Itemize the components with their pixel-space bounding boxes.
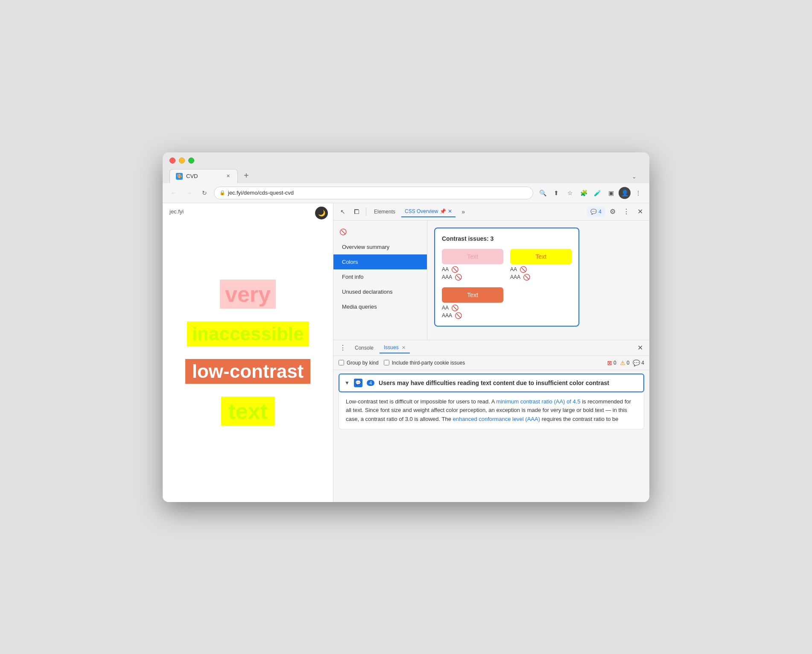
- aaa-fail-icon-pink: 🚫: [455, 274, 462, 280]
- contrast-text-box-orange[interactable]: Text: [442, 287, 503, 303]
- devtools-more-button[interactable]: ⋮: [620, 206, 632, 218]
- group-by-kind-input[interactable]: [339, 360, 344, 365]
- contrast-item-pink: Text AA 🚫 AAA 🚫: [442, 249, 503, 280]
- contrast-item-yellow: Text AA 🚫 AAA 🚫: [510, 249, 572, 280]
- contrast-rating-aaa-yellow: AAA 🚫: [510, 274, 572, 280]
- title-bar: 🎨 CVD ✕ + ⌄: [163, 152, 649, 183]
- issue-type-icon: 💬: [354, 379, 362, 387]
- flask-button[interactable]: 🧪: [591, 187, 603, 199]
- issues-content: ▼ 💬 4 Users may have difficulties readin…: [333, 370, 649, 502]
- devtools-close-button[interactable]: ✕: [634, 206, 646, 218]
- search-button[interactable]: 🔍: [537, 187, 549, 199]
- contrast-rating-aaa-pink: AAA 🚫: [442, 274, 503, 280]
- tab-title: CVD: [186, 173, 198, 179]
- css-main-content: Contrast issues: 3 Text AA: [427, 221, 649, 340]
- contrast-text-box-pink[interactable]: Text: [442, 249, 503, 264]
- sidebar-item-unused-declarations[interactable]: Unused declarations: [333, 284, 427, 299]
- pin-icon: 📌: [440, 208, 446, 214]
- issue-header[interactable]: ▼ 💬 4 Users may have difficulties readin…: [339, 374, 644, 392]
- info-badge: 💬 4: [633, 359, 644, 366]
- contrast-ratings-yellow: AA 🚫 AAA 🚫: [510, 266, 572, 280]
- issue-expand-arrow[interactable]: ▼: [345, 380, 350, 386]
- issues-badge-count: 4: [599, 209, 602, 215]
- cursor-tool-button[interactable]: ↖: [337, 206, 349, 218]
- aa-fail-icon-pink: 🚫: [451, 266, 459, 273]
- bookmark-button[interactable]: ☆: [564, 187, 576, 199]
- contrast-grid: Text AA 🚫 AAA 🚫: [442, 249, 572, 319]
- back-button[interactable]: ←: [168, 187, 180, 199]
- device-tool-button[interactable]: ⧠: [351, 206, 362, 218]
- bottom-tab-bar: ⋮ Console Issues ✕ ✕: [333, 340, 649, 356]
- issues-badge[interactable]: 💬 4: [587, 207, 605, 216]
- tab-bar: 🎨 CVD ✕ + ⌄: [169, 168, 643, 183]
- menu-button[interactable]: ⋮: [632, 187, 644, 199]
- bottom-panel-close[interactable]: ✕: [634, 342, 646, 354]
- tab-close-button[interactable]: ✕: [225, 173, 231, 180]
- aa-fail-icon-yellow: 🚫: [520, 266, 527, 273]
- no-capture-button[interactable]: 🚫: [337, 226, 349, 238]
- info-icon: 💬: [633, 359, 640, 366]
- split-view-button[interactable]: ▣: [605, 187, 617, 199]
- close-traffic-light[interactable]: [169, 158, 175, 164]
- tab-list-button[interactable]: ⌄: [626, 170, 643, 183]
- sidebar-item-overview-summary[interactable]: Overview summary: [333, 239, 427, 254]
- traffic-lights: [169, 158, 643, 164]
- demo-low-contrast-text: low-contrast: [185, 359, 311, 384]
- extensions-button[interactable]: 🧩: [578, 187, 590, 199]
- third-party-input[interactable]: [384, 360, 389, 365]
- fullscreen-traffic-light[interactable]: [188, 158, 194, 164]
- warning-icon: ⚠: [620, 359, 625, 366]
- tab-favicon: 🎨: [176, 173, 183, 180]
- browser-window: 🎨 CVD ✕ + ⌄ ← → ↻ 🔒 jec.fyi/demo/cds-que…: [163, 152, 649, 502]
- minimize-traffic-light[interactable]: [179, 158, 185, 164]
- dark-mode-button[interactable]: 🌙: [315, 207, 328, 219]
- tab-elements[interactable]: Elements: [370, 207, 400, 217]
- issues-badge-icon: 💬: [590, 209, 597, 215]
- tab-issues[interactable]: Issues ✕: [380, 342, 410, 353]
- contrast-rating-aa-pink: AA 🚫: [442, 266, 503, 273]
- site-label: jec.fyi: [169, 208, 184, 215]
- more-tabs-button[interactable]: »: [457, 206, 469, 218]
- share-button[interactable]: ⬆: [550, 187, 562, 199]
- aaa-link[interactable]: enhanced conformance level (AAA): [453, 416, 540, 422]
- profile-button[interactable]: 👤: [619, 187, 631, 199]
- new-tab-button[interactable]: +: [238, 168, 255, 183]
- issue-title: Users may have difficulties reading text…: [379, 380, 638, 386]
- bottom-panel: ⋮ Console Issues ✕ ✕ Group by kind: [333, 340, 649, 502]
- contrast-rating-aaa-orange: AAA 🚫: [442, 312, 503, 319]
- forward-button[interactable]: →: [183, 187, 195, 199]
- css-overview-close[interactable]: ✕: [448, 208, 452, 214]
- sidebar-item-colors[interactable]: Colors: [333, 254, 427, 269]
- third-party-checkbox[interactable]: Include third-party cookie issues: [384, 360, 465, 366]
- contrast-rating-aa-yellow: AA 🚫: [510, 266, 572, 273]
- main-area: jec.fyi 🌙 very inaccessible low-contrast…: [163, 203, 649, 502]
- contrast-ratings-orange: AA 🚫 AAA 🚫: [442, 304, 503, 319]
- browser-tab[interactable]: 🎨 CVD ✕: [169, 169, 238, 183]
- sidebar-item-media-queries[interactable]: Media queries: [333, 299, 427, 314]
- issues-badges: ⊠ 0 ⚠ 0 💬 4: [607, 359, 644, 366]
- issue-body: Low-contrast text is difficult or imposs…: [339, 392, 644, 429]
- refresh-button[interactable]: ↻: [199, 187, 210, 199]
- aaa-fail-icon-orange: 🚫: [455, 312, 462, 319]
- aa-fail-icon-orange: 🚫: [451, 304, 459, 311]
- contrast-rating-aa-orange: AA 🚫: [442, 304, 503, 311]
- tab-css-overview[interactable]: CSS Overview 📌 ✕: [401, 206, 456, 217]
- address-bar[interactable]: 🔒 jec.fyi/demo/cds-quest-cvd: [214, 187, 533, 199]
- issues-tab-close[interactable]: ✕: [402, 345, 406, 350]
- devtools-settings-button[interactable]: ⚙: [607, 206, 619, 218]
- nav-actions: 🔍 ⬆ ☆ 🧩 🧪 ▣ 👤 ⋮: [537, 187, 644, 199]
- bottom-panel-menu[interactable]: ⋮: [337, 342, 349, 354]
- sidebar-item-font-info[interactable]: Font info: [333, 269, 427, 284]
- contrast-panel: Contrast issues: 3 Text AA: [434, 228, 579, 327]
- aa-link[interactable]: minimum contrast ratio (AA) of 4.5: [496, 398, 580, 405]
- group-by-kind-checkbox[interactable]: Group by kind: [339, 360, 379, 366]
- url-text: jec.fyi/demo/cds-quest-cvd: [228, 190, 294, 196]
- nav-bar: ← → ↻ 🔒 jec.fyi/demo/cds-quest-cvd 🔍 ⬆ ☆…: [163, 183, 649, 203]
- devtools-top-bar: ↖ ⧠ Elements CSS Overview 📌 ✕ » 💬 4 ⚙ ⋮ …: [333, 203, 649, 221]
- issues-toolbar: Group by kind Include third-party cookie…: [333, 356, 649, 370]
- tab-console[interactable]: Console: [351, 343, 378, 353]
- contrast-text-box-yellow[interactable]: Text: [510, 249, 572, 264]
- devtools-panel: ↖ ⧠ Elements CSS Overview 📌 ✕ » 💬 4 ⚙ ⋮ …: [333, 203, 649, 502]
- contrast-ratings-pink: AA 🚫 AAA 🚫: [442, 266, 503, 280]
- css-overview-content: 🚫 Overview summary Colors Font info Unus…: [333, 221, 649, 340]
